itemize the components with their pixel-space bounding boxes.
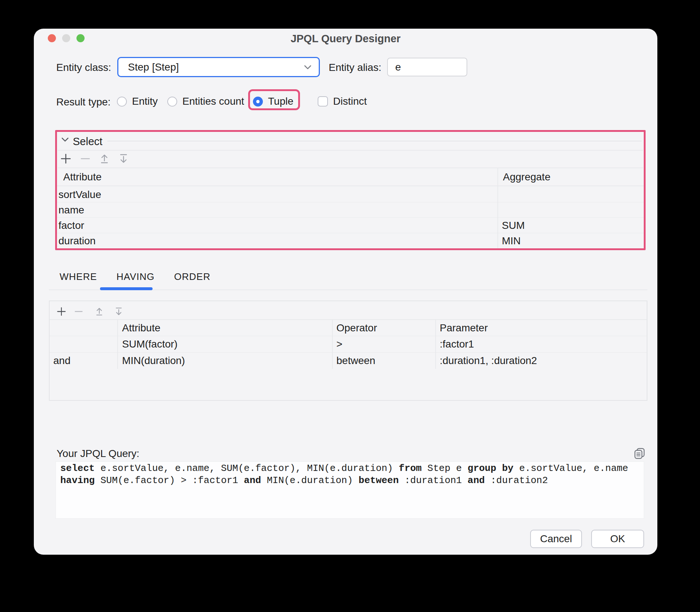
attribute-cell: duration (57, 235, 497, 247)
parameter-cell: :duration1, :duration2 (435, 355, 647, 367)
radio-tuple-label: Tuple (268, 96, 293, 107)
query-output-label: Your JPQL Query: (57, 448, 139, 460)
desktop-background: JPQL Query Designer Entity class: Step [… (0, 0, 700, 612)
entity-class-value: Step [Step] (128, 61, 304, 73)
having-table-header: Attribute Operator Parameter (50, 320, 647, 336)
move-down-icon[interactable] (118, 153, 129, 164)
radio-circle (167, 97, 177, 107)
select-section-highlight-annotation: Select At (55, 130, 646, 250)
column-header-aggregate: Aggregate (497, 171, 644, 183)
operator-cell: between (332, 355, 435, 367)
section-rule (107, 141, 642, 141)
remove-icon[interactable] (80, 153, 91, 164)
column-header-attribute: Attribute (57, 171, 497, 183)
entity-alias-value: e (395, 61, 401, 73)
attribute-cell: name (57, 204, 497, 216)
chevron-down-icon (304, 65, 311, 69)
radio-entities-count-label: Entities count (182, 96, 244, 107)
operator-cell: > (332, 338, 435, 350)
aggregate-cell: SUM (497, 220, 644, 231)
radio-circle (117, 97, 127, 107)
move-up-icon[interactable] (99, 153, 110, 164)
select-table-body: sortValuenamefactorSUMdurationMIN (57, 187, 644, 249)
add-icon[interactable] (56, 306, 67, 317)
query-line: having SUM(e.factor) > :factor1 and MIN(… (60, 475, 640, 487)
move-down-icon[interactable] (113, 306, 124, 317)
having-table-body: SUM(factor)>:factor1andMIN(duration)betw… (50, 336, 647, 369)
attribute-cell: MIN(duration) (117, 355, 332, 367)
select-table-row[interactable]: sortValue (57, 187, 644, 202)
checkbox-box (318, 96, 328, 107)
conjunction-cell: and (50, 355, 117, 367)
entity-class-select[interactable]: Step [Step] (117, 57, 320, 77)
column-header-parameter: Parameter (435, 322, 647, 334)
having-clause-panel: Attribute Operator Parameter SUM(factor)… (49, 300, 647, 401)
window-title: JPQL Query Designer (34, 33, 657, 45)
attribute-cell: SUM(factor) (117, 338, 332, 350)
distinct-label: Distinct (333, 96, 367, 107)
attribute-cell: sortValue (57, 189, 497, 201)
aggregate-cell: MIN (497, 235, 644, 247)
having-table-row[interactable]: andMIN(duration)between:duration1, :dura… (50, 352, 647, 369)
select-table-header: Attribute Aggregate (57, 168, 644, 186)
entity-alias-input[interactable]: e (387, 58, 467, 76)
tab-order[interactable]: ORDER (174, 271, 211, 282)
move-up-icon[interactable] (94, 306, 105, 317)
select-table-row[interactable]: factorSUM (57, 218, 644, 233)
copy-icon[interactable] (633, 447, 646, 460)
select-section: Select At (57, 132, 644, 248)
radio-circle (253, 97, 263, 107)
parameter-cell: :factor1 (435, 338, 647, 350)
active-tab-indicator (100, 287, 153, 290)
column-header-operator: Operator (332, 322, 435, 334)
entity-alias-label: Entity alias: (329, 62, 381, 73)
result-type-label: Result type: (56, 96, 111, 108)
attribute-cell: factor (57, 220, 497, 231)
radio-tuple[interactable]: Tuple (253, 96, 293, 107)
entity-class-label: Entity class: (56, 62, 111, 73)
radio-entities-count[interactable]: Entities count (167, 96, 244, 107)
remove-icon[interactable] (73, 306, 84, 317)
ok-button[interactable]: OK (591, 530, 644, 548)
radio-entity-label: Entity (132, 96, 158, 107)
having-table-row[interactable]: SUM(factor)>:factor1 (50, 336, 647, 352)
collapse-chevron-icon[interactable] (61, 137, 69, 142)
jpql-query-text[interactable]: select e.sortValue, e.name, SUM(e.factor… (56, 461, 644, 519)
clause-tabs: WHERE HAVING ORDER (60, 271, 210, 282)
tab-having[interactable]: HAVING (117, 271, 155, 282)
divider (58, 150, 643, 151)
cancel-button[interactable]: Cancel (530, 530, 582, 548)
radio-entity[interactable]: Entity (117, 96, 158, 107)
distinct-checkbox[interactable]: Distinct (318, 96, 367, 107)
select-section-title: Select (73, 136, 103, 148)
jpql-query-designer-window: JPQL Query Designer Entity class: Step [… (34, 29, 657, 555)
add-icon[interactable] (60, 153, 71, 164)
select-table-row[interactable]: durationMIN (57, 233, 644, 249)
query-line: select e.sortValue, e.name, SUM(e.factor… (60, 462, 640, 475)
select-table-row[interactable]: name (57, 202, 644, 218)
column-header-attribute: Attribute (117, 322, 332, 334)
tab-where[interactable]: WHERE (60, 271, 97, 282)
